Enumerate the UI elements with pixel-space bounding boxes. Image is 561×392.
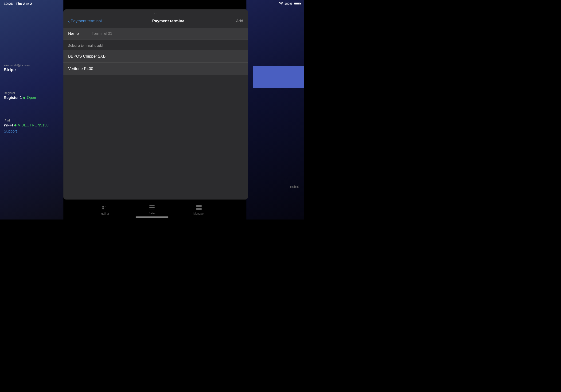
tab-sales-label: Sales xyxy=(149,212,155,215)
name-field-label: Name xyxy=(68,31,92,36)
status-time: 10:26 Thu Apr 2 xyxy=(4,2,32,6)
modal-header: ‹ Payment terminal Payment terminal Add xyxy=(64,15,248,28)
name-field-placeholder[interactable]: Terminal 01 xyxy=(92,31,112,36)
svg-rect-10 xyxy=(199,208,202,210)
svg-rect-2 xyxy=(105,206,106,206)
sidebar-ipad: iPad Wi-Fi VIDEOTRON5150 Support xyxy=(4,119,60,133)
tab-sales[interactable]: Sales xyxy=(129,203,175,218)
tab-manager[interactable]: Manager xyxy=(175,203,223,218)
modal-title: Payment terminal xyxy=(152,19,186,23)
register-status: Open xyxy=(27,96,36,100)
ipad-wifi-row: Wi-Fi VIDEOTRON5150 xyxy=(4,123,60,127)
open-dot xyxy=(23,97,25,99)
terminal-list: BBPOS Chipper 2XBT Verifone P400 xyxy=(64,50,248,75)
svg-rect-1 xyxy=(102,207,104,209)
name-row: Name Terminal 01 xyxy=(64,28,248,40)
status-right-icons: 100% xyxy=(279,2,300,5)
sidebar-account-name: Stripe xyxy=(4,67,60,72)
tab-sales-icon xyxy=(149,205,155,211)
select-section-label: Select a terminal to add xyxy=(68,44,243,47)
svg-rect-8 xyxy=(199,205,202,207)
back-label: Payment terminal xyxy=(71,19,102,23)
svg-rect-4 xyxy=(149,205,155,206)
right-partial-text: ected xyxy=(290,185,299,189)
sidebar-account: sandworld@ls.com Stripe xyxy=(4,64,60,72)
terminal-name-verifone: Verifone P400 xyxy=(68,66,93,71)
register-name: Register 1 xyxy=(4,96,22,100)
wifi-network-name: VIDEOTRON5150 xyxy=(18,123,49,127)
tab-manager-label: Manager xyxy=(193,212,204,215)
blue-accent-rect xyxy=(253,66,304,88)
chevron-left-icon: ‹ xyxy=(68,19,70,23)
svg-rect-5 xyxy=(149,207,155,208)
sidebar-email: sandworld@ls.com xyxy=(4,64,60,67)
add-button[interactable]: Add xyxy=(236,19,243,23)
svg-rect-0 xyxy=(102,206,104,207)
back-button[interactable]: ‹ Payment terminal xyxy=(68,19,102,23)
svg-rect-9 xyxy=(196,208,199,210)
register-label: Register xyxy=(4,91,60,95)
tab-galina-icon xyxy=(102,205,108,211)
svg-rect-7 xyxy=(196,205,199,207)
register-row: Register 1 Open xyxy=(4,96,60,100)
home-indicator xyxy=(136,217,168,218)
sidebar-register: Register Register 1 Open xyxy=(4,91,60,100)
ipad-label: iPad xyxy=(4,119,60,122)
select-terminal-section: Select a terminal to add xyxy=(64,40,248,50)
status-bar: 10:26 Thu Apr 2 100% xyxy=(0,0,304,7)
tab-galina-label: galina xyxy=(101,212,109,215)
support-link[interactable]: Support xyxy=(4,129,60,133)
modal-panel: .. ‹ Payment terminal Payment terminal A… xyxy=(64,9,248,199)
tab-galina[interactable]: galina xyxy=(82,203,129,218)
wifi-dot xyxy=(14,124,16,126)
date: Thu Apr 2 xyxy=(16,2,32,6)
clock: 10:26 xyxy=(4,2,13,6)
terminal-item-verifone[interactable]: Verifone P400 xyxy=(64,63,248,75)
svg-rect-3 xyxy=(105,207,106,207)
terminal-name-bbpos: BBPOS Chipper 2XBT xyxy=(68,54,108,58)
terminal-item-bbpos[interactable]: BBPOS Chipper 2XBT xyxy=(64,50,248,63)
tab-manager-icon xyxy=(196,205,202,211)
wifi-icon xyxy=(279,2,283,5)
drag-indicator: .. xyxy=(64,9,248,15)
wifi-label: Wi-Fi xyxy=(4,123,13,127)
svg-rect-6 xyxy=(149,209,155,209)
sidebar: sandworld@ls.com Stripe Register Registe… xyxy=(0,7,64,219)
battery-percent: 100% xyxy=(284,2,292,5)
battery-icon xyxy=(294,2,300,5)
